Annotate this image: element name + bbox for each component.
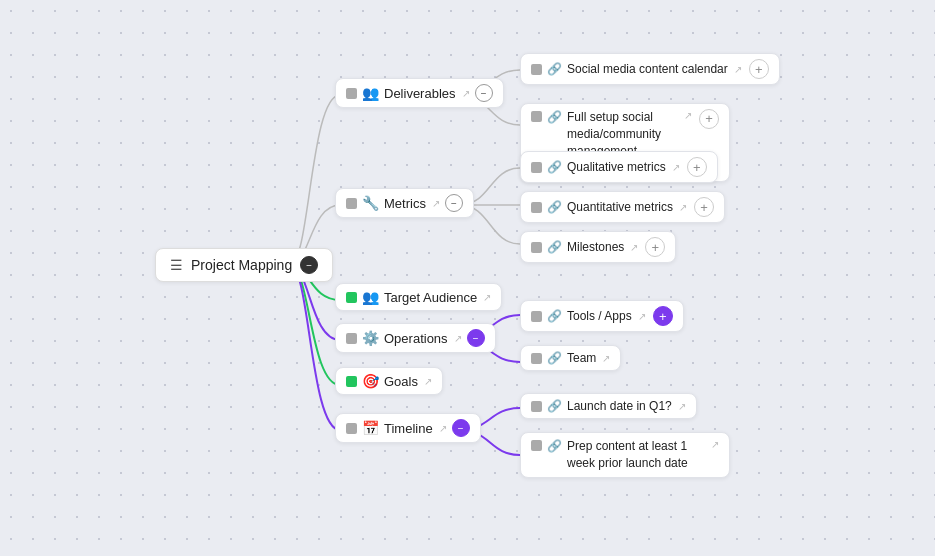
- tools-label: Tools / Apps: [567, 309, 632, 323]
- timeline-emoji: 📅: [362, 420, 379, 436]
- deliverables-sq-icon: [346, 88, 357, 99]
- quantitative-label: Quantitative metrics: [567, 200, 673, 214]
- quantitative-node[interactable]: 🔗 Quantitative metrics ↗ +: [520, 191, 725, 223]
- tools-add-btn[interactable]: +: [653, 306, 673, 326]
- social-sq-icon: [531, 64, 542, 75]
- quant-link-icon: 🔗: [547, 200, 562, 214]
- timeline-sq-icon: [346, 423, 357, 434]
- metrics-sq-icon: [346, 198, 357, 209]
- target-audience-node[interactable]: 👥 Target Audience ↗: [335, 283, 502, 311]
- full-setup-link-icon: 🔗: [547, 109, 562, 126]
- team-expand-icon: ↗: [602, 353, 610, 364]
- metrics-expand-icon: ↗: [432, 198, 440, 209]
- goals-emoji: 🎯: [362, 373, 379, 389]
- target-emoji: 👥: [362, 289, 379, 305]
- launch-link-icon: 🔗: [547, 399, 562, 413]
- social-add-btn[interactable]: +: [749, 59, 769, 79]
- operations-expand-icon: ↗: [454, 333, 462, 344]
- prep-sq-icon: [531, 440, 542, 451]
- milestones-sq-icon: [531, 242, 542, 253]
- metrics-label: Metrics: [384, 196, 426, 211]
- deliverables-expand-btn[interactable]: −: [475, 84, 493, 102]
- metrics-emoji: 🔧: [362, 195, 379, 211]
- social-link-icon: 🔗: [547, 62, 562, 76]
- team-link-icon: 🔗: [547, 351, 562, 365]
- qual-sq-icon: [531, 162, 542, 173]
- operations-emoji: ⚙️: [362, 330, 379, 346]
- milestones-link-icon: 🔗: [547, 240, 562, 254]
- tools-expand-icon: ↗: [638, 311, 646, 322]
- launch-date-node[interactable]: 🔗 Launch date in Q1? ↗: [520, 393, 697, 419]
- qual-link-icon: 🔗: [547, 160, 562, 174]
- quant-add-btn[interactable]: +: [694, 197, 714, 217]
- timeline-expand-btn[interactable]: −: [452, 419, 470, 437]
- metrics-node[interactable]: 🔧 Metrics ↗ −: [335, 188, 474, 218]
- operations-label: Operations: [384, 331, 448, 346]
- deliverables-label: Deliverables: [384, 86, 456, 101]
- root-expand-btn[interactable]: −: [300, 256, 318, 274]
- team-sq-icon: [531, 353, 542, 364]
- list-icon: ☰: [170, 257, 183, 273]
- qualitative-label: Qualitative metrics: [567, 160, 666, 174]
- qual-add-btn[interactable]: +: [687, 157, 707, 177]
- milestones-node[interactable]: 🔗 Milestones ↗ +: [520, 231, 676, 263]
- team-label: Team: [567, 351, 596, 365]
- social-calendar-label: Social media content calendar: [567, 62, 728, 76]
- prep-label: Prep content at least 1 week prior launc…: [567, 438, 705, 472]
- goals-label: Goals: [384, 374, 418, 389]
- qual-expand-icon: ↗: [672, 162, 680, 173]
- goals-sq-icon: [346, 376, 357, 387]
- quant-sq-icon: [531, 202, 542, 213]
- root-label: Project Mapping: [191, 257, 292, 273]
- operations-node[interactable]: ⚙️ Operations ↗ −: [335, 323, 496, 353]
- tools-sq-icon: [531, 311, 542, 322]
- social-expand-icon: ↗: [734, 64, 742, 75]
- target-sq-icon: [346, 292, 357, 303]
- tools-link-icon: 🔗: [547, 309, 562, 323]
- social-calendar-node[interactable]: 🔗 Social media content calendar ↗ +: [520, 53, 780, 85]
- target-label: Target Audience: [384, 290, 477, 305]
- tools-apps-node[interactable]: 🔗 Tools / Apps ↗ +: [520, 300, 684, 332]
- full-setup-expand-icon: ↗: [684, 109, 692, 123]
- timeline-expand-icon: ↗: [439, 423, 447, 434]
- goals-expand-icon: ↗: [424, 376, 432, 387]
- root-node[interactable]: ☰ Project Mapping −: [155, 248, 333, 282]
- launch-label: Launch date in Q1?: [567, 399, 672, 413]
- deliverables-expand-icon: ↗: [462, 88, 470, 99]
- full-setup-sq-icon: [531, 111, 542, 122]
- launch-expand-icon: ↗: [678, 401, 686, 412]
- metrics-expand-btn[interactable]: −: [445, 194, 463, 212]
- launch-sq-icon: [531, 401, 542, 412]
- prep-content-node[interactable]: 🔗 Prep content at least 1 week prior lau…: [520, 432, 730, 478]
- milestones-label: Milestones: [567, 240, 624, 254]
- quant-expand-icon: ↗: [679, 202, 687, 213]
- operations-expand-btn[interactable]: −: [467, 329, 485, 347]
- mindmap-canvas: ☰ Project Mapping − 👥 Deliverables ↗ − 🔧…: [0, 0, 935, 556]
- milestones-expand-icon: ↗: [630, 242, 638, 253]
- target-expand-icon: ↗: [483, 292, 491, 303]
- deliverables-emoji: 👥: [362, 85, 379, 101]
- timeline-label: Timeline: [384, 421, 433, 436]
- full-setup-add-btn[interactable]: +: [699, 109, 719, 129]
- qualitative-node[interactable]: 🔗 Qualitative metrics ↗ +: [520, 151, 718, 183]
- team-node[interactable]: 🔗 Team ↗: [520, 345, 621, 371]
- prep-expand-icon: ↗: [711, 438, 719, 452]
- milestones-add-btn[interactable]: +: [645, 237, 665, 257]
- goals-node[interactable]: 🎯 Goals ↗: [335, 367, 443, 395]
- operations-sq-icon: [346, 333, 357, 344]
- timeline-node[interactable]: 📅 Timeline ↗ −: [335, 413, 481, 443]
- deliverables-node[interactable]: 👥 Deliverables ↗ −: [335, 78, 504, 108]
- prep-link-icon: 🔗: [547, 438, 562, 455]
